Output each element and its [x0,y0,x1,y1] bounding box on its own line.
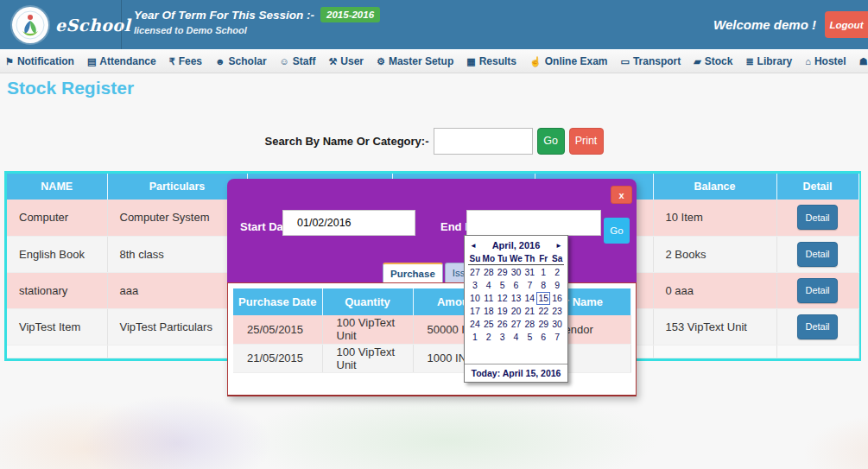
calendar-day[interactable]: 29 [496,266,510,279]
search-label: Search By Name Or Category:- [264,135,428,148]
logout-button[interactable]: Logout [825,11,868,38]
nav-item-notification[interactable]: ⚑Notification [5,55,74,67]
calendar-day[interactable]: 25 [482,318,496,331]
search-go-button[interactable]: Go [537,128,565,155]
calendar-day[interactable]: 14 [523,292,536,305]
nav-item-user[interactable]: ⚒User [328,55,364,67]
calendar-day[interactable]: 1 [468,331,482,344]
bar-chart-icon: ▦ [466,57,475,67]
brand-name: eSchool [55,16,130,35]
end-date-input[interactable] [466,210,601,236]
calendar-month-title: April, 2016 [478,240,554,250]
calendar-day[interactable]: 7 [523,279,536,292]
nav-item-label: Attendance [99,55,155,67]
calendar-day[interactable]: 5 [496,279,510,292]
calendar-day[interactable]: 29 [536,318,550,331]
calendar-day[interactable]: 23 [550,305,564,318]
calendar-day[interactable]: 4 [510,331,523,344]
modal-go-button[interactable]: Go [604,218,630,244]
calendar-day[interactable]: 30 [510,266,523,279]
calendar-next-icon[interactable]: ► [554,242,564,250]
calendar-day[interactable]: 31 [523,266,536,279]
nav-item-online-exam[interactable]: ☝Online Exam [529,55,607,67]
calendar-selected-day[interactable]: 15 [536,292,550,305]
calendar-today-link[interactable]: Today: April 15, 2016 [465,364,567,382]
nav-item-staff[interactable]: ☺Staff [280,55,316,67]
calendar-day[interactable]: 3 [468,279,482,292]
nav-item-transport[interactable]: ▭Transport [620,55,681,67]
purchase-column-header: Quantity [322,288,413,315]
detail-button[interactable]: Detail [797,205,838,230]
nav-item-attendance[interactable]: ▤Attendance [87,55,156,67]
table-cell: Computer [7,200,107,236]
nav-item-results[interactable]: ▦Results [466,55,516,67]
nav-item-label: Notification [17,55,74,67]
calendar-day[interactable]: 21 [523,305,536,318]
calendar-day[interactable]: 22 [536,305,550,318]
calendar-day-name: Th [523,254,536,263]
nav-item-stock[interactable]: ▰Stock [694,55,732,67]
nav-item-scholar[interactable]: ☻Scholar [215,55,267,67]
table-cell: 153 VipText Unit [653,308,776,345]
calendar-day[interactable]: 7 [550,331,564,344]
calendar-day[interactable]: 5 [523,331,536,344]
megaphone-icon: ⚑ [5,57,14,67]
calendar-day[interactable]: 27 [468,266,482,279]
purchase-cell: 25/05/2015 [233,315,322,344]
calendar-week-row: 1234567 [468,331,564,344]
calendar-day[interactable]: 1 [536,266,550,279]
detail-button[interactable]: Detail [797,242,838,267]
nav-item-library[interactable]: ≣Library [745,55,792,67]
search-input[interactable] [434,128,533,155]
detail-button[interactable]: Detail [797,278,838,303]
calendar-day[interactable]: 2 [482,331,496,344]
calendar-day[interactable]: 16 [550,292,564,305]
nav-item-timetable[interactable]: ☗TimeTable [859,55,868,67]
calendar-day[interactable]: 10 [468,292,482,305]
calendar-day[interactable]: 17 [468,305,482,318]
nav-item-fees[interactable]: ₹Fees [169,55,202,67]
calendar-day[interactable]: 26 [496,318,510,331]
purchase-row: 21/05/2015100 VipText Unit1000 INR [233,344,630,372]
calendar-day[interactable]: 30 [550,318,564,331]
modal-close-button[interactable]: x [611,186,632,204]
calendar-day[interactable]: 28 [523,318,536,331]
calendar-day[interactable]: 6 [536,331,550,344]
calendar-day[interactable]: 3 [496,331,510,344]
calendar-day[interactable]: 11 [482,292,496,305]
nav-item-label: Library [757,55,793,67]
background-decoration [0,402,199,469]
calendar-day[interactable]: 18 [482,305,496,318]
calendar-week-row: 3456789 [468,279,564,292]
start-date-input[interactable] [282,210,415,236]
modal-content-area: Purchase DateQuantityAmountVendor Name 2… [227,282,637,396]
table-cell: 2 Books [653,236,776,272]
eschool-logo-icon [12,7,48,43]
nav-item-hostel[interactable]: ⌂Hostel [805,55,846,67]
search-row: Search By Name Or Category:- Go Print [0,127,868,155]
calendar-day[interactable]: 4 [482,279,496,292]
wrench-icon: ⚒ [328,57,337,67]
detail-button[interactable]: Detail [797,314,838,339]
calendar-day-names: SuMoTuWeThFrSa [468,254,564,265]
calendar-day[interactable]: 28 [482,266,496,279]
nav-item-label: Fees [179,55,202,67]
print-button[interactable]: Print [569,128,604,155]
nav-item-master-setup[interactable]: ⚙Master Setup [377,55,453,67]
calendar-day[interactable]: 8 [536,279,550,292]
tab-purchase[interactable]: Purchase [383,263,443,282]
calendar-day[interactable]: 27 [510,318,523,331]
calendar-day[interactable]: 6 [510,279,523,292]
nav-item-label: User [340,55,364,67]
calendar-day[interactable]: 12 [496,292,510,305]
calendar-day[interactable]: 20 [510,305,523,318]
calendar-day[interactable]: 24 [468,318,482,331]
calendar-prev-icon[interactable]: ◄ [468,242,478,250]
main-nav: ⚑Notification▤Attendance₹Fees☻Scholar☺St… [0,49,868,73]
gear-icon: ⚙ [377,57,385,67]
table-cell: English Book [7,236,107,272]
calendar-day[interactable]: 9 [550,279,564,292]
calendar-day[interactable]: 13 [510,292,523,305]
calendar-day[interactable]: 19 [496,305,510,318]
calendar-day[interactable]: 2 [550,266,564,279]
